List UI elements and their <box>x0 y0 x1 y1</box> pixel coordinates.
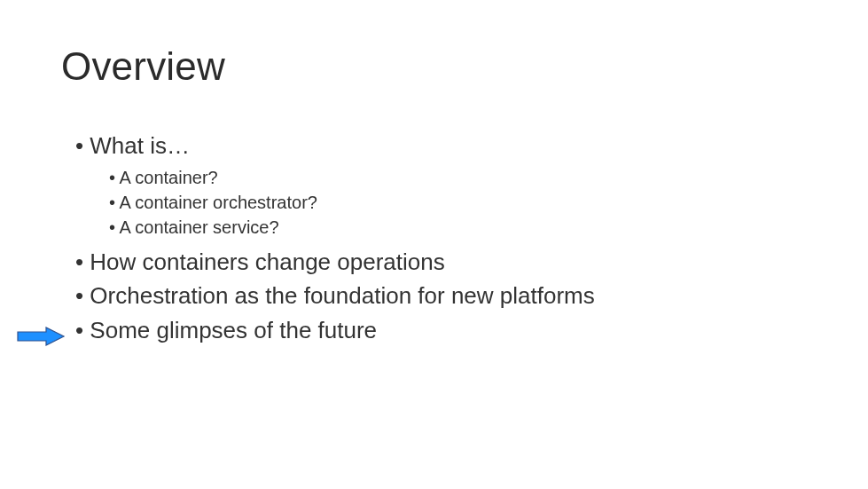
bullet-what-is: What is… <box>75 131 767 161</box>
slide-body: What is… A container? A container orches… <box>75 131 767 350</box>
arrow-shape <box>18 327 64 345</box>
subbullet-orchestrator: A container orchestrator? <box>75 191 767 214</box>
slide: Overview What is… A container? A contain… <box>0 0 868 489</box>
bullet-future: Some glimpses of the future <box>75 316 767 345</box>
bullet-orchestration-foundation: Orchestration as the foundation for new … <box>75 281 767 311</box>
subbullet-service: A container service? <box>75 216 767 239</box>
slide-title: Overview <box>61 44 225 89</box>
right-arrow-icon <box>16 327 66 346</box>
subbullet-container: A container? <box>75 166 767 189</box>
bullet-change-operations: How containers change operations <box>75 248 767 277</box>
